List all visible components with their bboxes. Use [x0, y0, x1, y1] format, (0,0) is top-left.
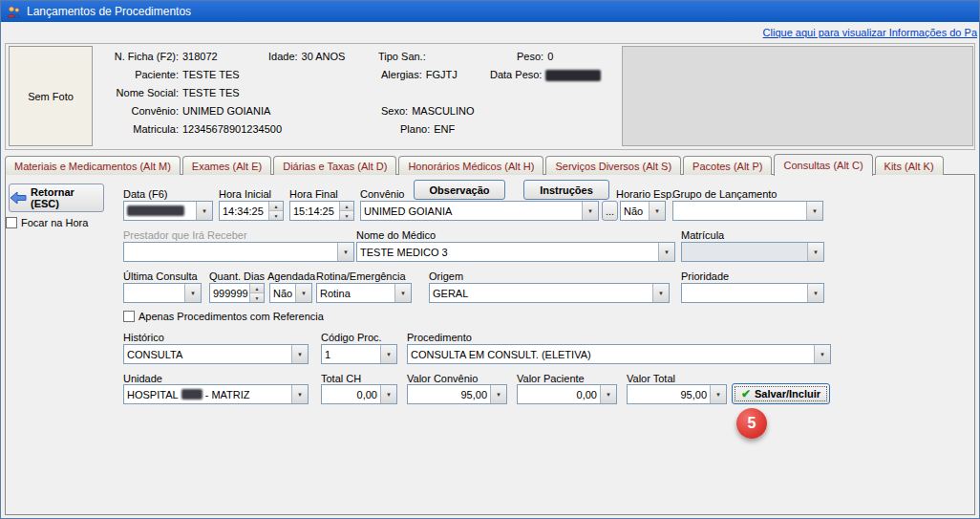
redacted-data-peso [545, 70, 601, 81]
spin-down-icon[interactable]: ▼ [269, 211, 283, 220]
agendada-combo[interactable]: Não ▼ [269, 283, 312, 303]
apenas-referencia-checkbox[interactable]: Apenas Procedimentos com Referencia [123, 311, 324, 322]
chevron-down-icon[interactable]: ▼ [380, 345, 396, 363]
procedures-window: Lançamentos de Procedimentos Clique aqui… [0, 0, 980, 519]
chevron-down-icon[interactable]: ▼ [658, 243, 674, 261]
spinner-buttons: ▲▼ [268, 202, 283, 220]
spin-up-icon[interactable]: ▲ [250, 284, 264, 293]
patient-plano: Plano:ENF [400, 123, 455, 135]
chevron-down-icon[interactable]: ▼ [291, 345, 308, 363]
ultima-consulta-combo[interactable]: ▼ [123, 283, 202, 303]
chevron-down-icon[interactable]: ▼ [814, 345, 830, 363]
window-title: Lançamentos de Procedimentos [27, 5, 191, 18]
prestador-value [124, 243, 337, 261]
grupo-lancamento-combo[interactable]: ▼ [672, 201, 823, 221]
hora-inicial-label: Hora Inicial [219, 188, 271, 200]
checkbox-box[interactable] [123, 311, 135, 322]
chevron-down-icon[interactable]: ▼ [295, 284, 311, 302]
data-f6-combo[interactable]: ▼ [123, 201, 213, 221]
back-arrow-icon [10, 191, 27, 205]
spinner-buttons: ▲▼ [339, 202, 353, 220]
codigo-proc-combo[interactable]: 1 ▼ [321, 344, 397, 364]
hora-final-value: 15:14:25 [290, 202, 339, 220]
tab-consultas[interactable]: Consultas (Alt C) [774, 154, 872, 176]
chevron-down-icon[interactable]: ▼ [337, 243, 353, 261]
hora-final-spinner[interactable]: 15:14:25 ▲▼ [289, 201, 354, 221]
data-f6-value [124, 202, 196, 220]
tab-honorarios-medicos[interactable]: Honorários Médicos (Alt H) [398, 156, 543, 175]
retornar-label: Retornar (ESC) [31, 186, 103, 209]
patient-tipo-san-label: Tipo San.: [378, 51, 426, 62]
chevron-down-icon[interactable]: ▼ [291, 385, 308, 403]
chevron-down-icon[interactable]: ▼ [652, 284, 669, 302]
chevron-down-icon[interactable]: ▼ [582, 202, 598, 220]
chevron-down-icon[interactable]: ▼ [196, 202, 212, 220]
spin-down-icon[interactable]: ▼ [340, 211, 353, 220]
patient-tipo-san: Tipo San.: [378, 51, 430, 62]
tab-exames[interactable]: Exames (Alt E) [182, 156, 271, 175]
origem-value: GERAL [430, 284, 652, 302]
photo-placeholder: Sem Foto [9, 46, 93, 146]
spin-down-icon[interactable]: ▼ [250, 293, 264, 302]
tab-kits[interactable]: Kits (Alt K) [875, 156, 944, 175]
retornar-button[interactable]: Retornar (ESC) [9, 184, 104, 212]
origem-label: Origem [429, 270, 463, 282]
agendada-label: Agendada [267, 270, 315, 282]
chevron-down-icon[interactable]: ▼ [649, 202, 665, 220]
matricula-combo: ▼ [681, 242, 824, 262]
checkbox-box[interactable] [6, 217, 17, 228]
total-ch-combo[interactable]: 0,00 ▼ [321, 384, 397, 404]
patient-nome-social-label: Nome Social: [96, 87, 179, 98]
quant-dias-spinner[interactable]: 999999 ▲▼ [209, 283, 265, 303]
patient-nome-social-value: TESTE TES [182, 87, 240, 98]
convenio-combo[interactable]: UNIMED GOIANIA ▼ [360, 201, 599, 221]
tab-pacotes[interactable]: Pacotes (Alt P) [683, 156, 772, 175]
nome-medico-combo[interactable]: TESTE MEDICO 3 ▼ [356, 242, 675, 262]
rotina-emergencia-combo[interactable]: Rotina ▼ [316, 283, 412, 303]
observacao-button[interactable]: Observação [414, 180, 505, 200]
nome-medico-label: Nome do Médico [356, 229, 436, 241]
chevron-down-icon[interactable]: ▼ [600, 385, 616, 403]
chevron-down-icon[interactable]: ▼ [806, 202, 822, 220]
chevron-down-icon[interactable]: ▼ [807, 284, 823, 302]
historico-combo[interactable]: CONSULTA ▼ [123, 344, 309, 364]
hora-inicial-spinner[interactable]: 14:34:25 ▲▼ [219, 201, 284, 221]
chevron-down-icon[interactable]: ▼ [380, 385, 396, 403]
prestador-label: Prestador que Irá Receber [123, 229, 247, 241]
valor-total-combo[interactable]: 95,00 ▼ [627, 384, 727, 404]
patient-paciente-value: TESTE TES [182, 69, 240, 80]
valor-paciente-label: Valor Paciente [517, 373, 585, 384]
chevron-down-icon[interactable]: ▼ [710, 385, 726, 403]
prestador-combo[interactable]: ▼ [123, 242, 354, 262]
chevron-down-icon[interactable]: ▼ [184, 284, 201, 302]
procedimento-combo[interactable]: CONSULTA EM CONSULT. (ELETIVA) ▼ [407, 344, 831, 364]
valor-paciente-combo[interactable]: 0,00 ▼ [517, 384, 617, 404]
tab-servicos-diversos[interactable]: Serviços Diversos (Alt S) [545, 156, 681, 175]
spin-up-icon[interactable]: ▲ [340, 202, 353, 211]
notes-panel [622, 46, 973, 146]
patient-info-link[interactable]: Clique aqui para visualizar Informações … [763, 27, 977, 38]
tab-diarias-taxas[interactable]: Diárias e Taxas (Alt D) [273, 156, 396, 175]
chevron-down-icon[interactable]: ▼ [490, 385, 506, 403]
tab-materiais-medicamentos[interactable]: Materiais e Medicamentos (Alt M) [5, 156, 181, 175]
salvar-incluir-button[interactable]: ✔ Salvar/Incluir [732, 383, 830, 404]
chevron-down-icon[interactable]: ▼ [394, 284, 411, 302]
valor-total-value: 95,00 [628, 385, 710, 403]
horario-esp-combo[interactable]: Não ▼ [620, 201, 666, 221]
prioridade-combo[interactable]: ▼ [681, 283, 824, 303]
spin-up-icon[interactable]: ▲ [269, 202, 283, 211]
instrucoes-button[interactable]: Instruções [523, 180, 609, 200]
patient-idade-label: Idade: [268, 51, 298, 62]
salvar-incluir-label: Salvar/Incluir [755, 388, 820, 400]
photo-placeholder-text: Sem Foto [28, 91, 74, 102]
patient-matricula-value: 12345678901234500 [182, 123, 282, 135]
grupo-lancamento-value [673, 202, 806, 220]
patient-data-peso-label: Data Peso: [490, 69, 542, 80]
focar-na-hora-checkbox[interactable]: Focar na Hora [6, 217, 88, 228]
unidade-combo[interactable]: HOSPITAL - MATRIZ ▼ [123, 384, 309, 404]
patient-convenio-value: UNIMED GOIANIA [182, 105, 270, 117]
convenio-ellipsis-button[interactable]: ... [602, 201, 618, 221]
valor-convenio-combo[interactable]: 95,00 ▼ [407, 384, 507, 404]
origem-combo[interactable]: GERAL ▼ [429, 283, 670, 303]
redacted-unidade [181, 389, 202, 400]
